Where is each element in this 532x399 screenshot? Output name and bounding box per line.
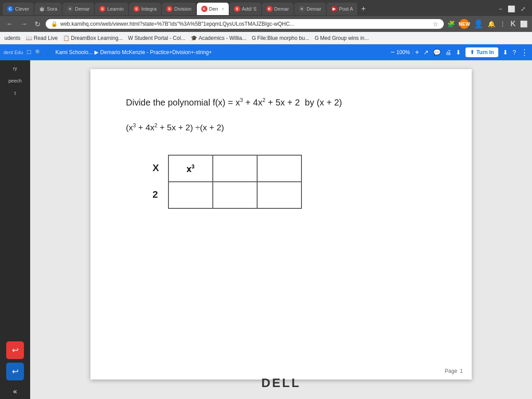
tab-demar2[interactable]: K Demar: [262, 3, 293, 15]
row-label-2: 2: [153, 181, 159, 208]
share-icon[interactable]: ↗: [423, 49, 429, 56]
tab-label-den: Den: [209, 6, 218, 12]
restore-icon[interactable]: ⬜: [508, 5, 515, 12]
zoom-separator: :: [412, 49, 413, 55]
profile-icon[interactable]: NEW: [459, 19, 469, 29]
more-icon[interactable]: ⋮: [500, 20, 506, 27]
page-number: Page 1: [445, 368, 463, 374]
table-cell-h3[interactable]: [257, 155, 301, 182]
page-label: Page: [445, 368, 457, 374]
bookmark-udents[interactable]: udents: [4, 35, 20, 41]
action-button-1[interactable]: ↩: [6, 341, 24, 359]
table-cell-22[interactable]: [213, 182, 257, 208]
comment-icon[interactable]: 💬: [433, 49, 441, 56]
tab-demar1[interactable]: ≡ Demar: [63, 3, 94, 15]
addS-icon: S: [234, 6, 240, 12]
address-input[interactable]: 🔒 web.kamihq.com/web/viewer.html?state=%…: [46, 19, 444, 29]
bookmark-dreambox[interactable]: 📋 DreamBox Learning...: [63, 35, 123, 41]
zoom-minus-button[interactable]: −: [391, 48, 395, 56]
row-label-x: X: [153, 155, 159, 181]
search-icon[interactable]: 🔍: [35, 49, 42, 55]
bookmark-med-group[interactable]: G Med Group wins in...: [315, 35, 369, 41]
toolbar-icons: 🧩 NEW 👤 🔔 ⋮ K ⬜: [447, 19, 528, 29]
bookmark-read-live[interactable]: 📖 Read Live: [26, 35, 58, 41]
window-icon[interactable]: ⬜: [520, 20, 528, 27]
division-table: x3: [168, 155, 302, 209]
download-icon[interactable]: ⬇: [456, 49, 461, 56]
bookmarks-bar: udents 📖 Read Live 📋 DreamBox Learning..…: [0, 32, 532, 44]
person-icon[interactable]: 👤: [45, 49, 52, 55]
tab-demar3[interactable]: ≡ Demar: [294, 3, 326, 15]
t-label: t: [14, 90, 16, 96]
tab-label-division: Division: [174, 6, 192, 12]
sidebar-item-t[interactable]: t: [12, 89, 17, 98]
tab-division[interactable]: S Division: [162, 3, 196, 15]
tab-addS[interactable]: S Add/ S: [230, 3, 261, 15]
academics-icon: 🎓: [191, 35, 197, 41]
checkbox-icon[interactable]: ☐: [27, 49, 31, 55]
collapse-panel-button[interactable]: «: [13, 387, 17, 395]
tab-clever[interactable]: C Clever: [3, 3, 34, 15]
table-cell-21[interactable]: [168, 182, 213, 208]
table-cell-23[interactable]: [257, 182, 301, 208]
browser-chrome: C Clever ◎ Sora ≡ Demar S Learnin S Inte…: [0, 0, 532, 44]
den-icon: K: [201, 6, 207, 12]
reload-button[interactable]: ↻: [33, 20, 42, 28]
division-container: X 2 x3: [153, 155, 436, 209]
forward-button[interactable]: →: [19, 20, 29, 28]
read-live-icon: 📖: [26, 35, 32, 41]
tab-label-addS: Add/ S: [242, 6, 257, 12]
zoom-plus-button[interactable]: +: [415, 48, 419, 56]
more-options-icon[interactable]: ⋮: [520, 47, 528, 57]
k-icon[interactable]: K: [510, 20, 516, 28]
tab-label-postA: Post A: [339, 6, 353, 12]
sidebar-actions: ↩ ↩: [6, 341, 24, 380]
extensions-icon[interactable]: 🧩: [447, 20, 455, 27]
bookmark-label-udents: udents: [4, 35, 20, 41]
dreambox-icon: 📋: [63, 35, 70, 41]
file-blue-icon: G: [252, 35, 256, 41]
tab-label-integra: Integra: [141, 6, 156, 12]
bookmark-student-portal[interactable]: W Student Portal - Col...: [128, 35, 185, 41]
profile-avatar[interactable]: 👤: [473, 19, 483, 29]
clever-icon: C: [7, 6, 13, 12]
doc-area[interactable]: Divide the polynomial f(x) = x3 + 4x2 + …: [30, 60, 532, 399]
student-portal-icon: W: [128, 35, 133, 41]
turn-in-button[interactable]: ⬆ Turn In: [466, 47, 498, 57]
table-row-header: x3: [168, 155, 301, 182]
dent-edu-label: dent Edu: [4, 50, 23, 55]
postA-icon: ▶: [331, 6, 337, 12]
tab-integra[interactable]: S Integra: [129, 3, 161, 15]
tab-sora[interactable]: ◎ Sora: [35, 3, 62, 15]
tab-learnin[interactable]: S Learnin: [95, 3, 128, 15]
tab-label-sora: Sora: [47, 6, 57, 12]
minimize-icon[interactable]: −: [499, 5, 502, 12]
bookmark-label-academics: Academics - Willia...: [199, 35, 246, 41]
table-cell-h2[interactable]: [213, 155, 257, 182]
sidebar-item-peech[interactable]: peech: [7, 76, 23, 85]
tab-close-den[interactable]: ×: [222, 7, 224, 12]
notifications-icon[interactable]: 🔔: [488, 20, 495, 27]
print-icon[interactable]: 🖨: [445, 49, 451, 56]
download2-icon[interactable]: ⬇: [503, 49, 508, 56]
action-button-2[interactable]: ↩: [6, 363, 24, 380]
back-button[interactable]: ←: [4, 20, 15, 28]
doc-toolbar-left: dent Edu ☐ 🔍 👤 Kami Schoolo... ▶ Demario…: [4, 49, 387, 55]
tab-den[interactable]: K Den ×: [197, 3, 229, 15]
table-cell-x3[interactable]: x3: [168, 155, 213, 182]
sidebar-item-ry[interactable]: ry: [11, 64, 19, 73]
help-icon[interactable]: ?: [512, 49, 516, 56]
doc-toolbar-right: − 100% : + ↗ 💬 🖨 ⬇ ⬆ Turn In ⬇ ? ⋮: [391, 47, 528, 57]
address-text: web.kamihq.com/web/viewer.html?state=%7B…: [60, 21, 430, 27]
doc-title: Demario McKenzie - Practice+Division+-st…: [100, 49, 212, 55]
bookmark-file-blue[interactable]: G File:Blue morpho bu...: [252, 35, 309, 41]
integra-icon: S: [133, 6, 140, 12]
doc-breadcrumb: Kami Schoolo... ▶ Demario McKenzie - Pra…: [55, 49, 212, 55]
close-window-icon[interactable]: ⤢: [520, 5, 526, 12]
tab-postA[interactable]: ▶ Post A: [327, 3, 358, 15]
breadcrumb-part1[interactable]: Kami Schoolo...: [55, 49, 93, 55]
bookmark-academics[interactable]: 🎓 Academics - Willia...: [191, 35, 246, 41]
new-tab-button[interactable]: +: [358, 4, 368, 14]
star-icon[interactable]: ☆: [433, 20, 438, 27]
bookmark-label-file-blue: File:Blue morpho bu...: [257, 35, 309, 41]
